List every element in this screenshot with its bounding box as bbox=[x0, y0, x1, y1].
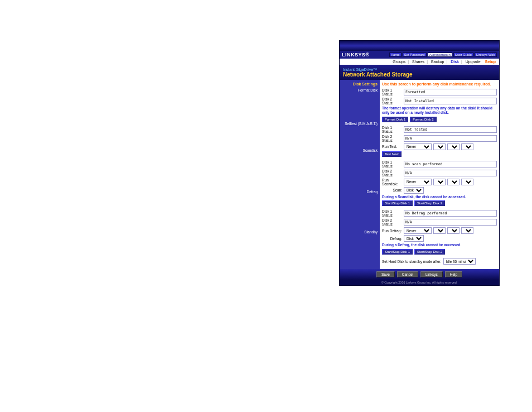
scandisk-ampm-select[interactable]: am bbox=[461, 179, 473, 185]
subtab-shares[interactable]: Shares bbox=[412, 60, 424, 64]
scandisk-start-disk1-button[interactable]: Start/Stop Disk 1 bbox=[382, 200, 413, 206]
instruction-text: Use this screen to perform any disk main… bbox=[382, 82, 497, 86]
subtab-setup[interactable]: Setup bbox=[485, 60, 496, 64]
tab-user-guide[interactable]: User Guide bbox=[453, 52, 473, 57]
tab-home[interactable]: Home bbox=[389, 52, 402, 57]
defrag-start-disk1-button[interactable]: Start/Stop Disk 1 bbox=[382, 249, 413, 255]
tab-set-password[interactable]: Set Password bbox=[403, 52, 427, 57]
defrag-schedule-select[interactable]: Never bbox=[404, 227, 432, 234]
format-warning: The format operation will destroy any da… bbox=[382, 106, 497, 115]
sidebar: Disk Settings Format Disk Selftest (S.M.… bbox=[340, 80, 380, 269]
top-stripe bbox=[340, 41, 499, 51]
scandisk-schedule-select[interactable]: Never bbox=[404, 179, 432, 185]
sidebar-scandisk: Scandisk bbox=[341, 148, 378, 155]
defrag-target-select[interactable]: Disk 1 bbox=[404, 235, 424, 242]
sidebar-header: Disk Settings bbox=[341, 82, 378, 86]
subtab-disk[interactable]: Disk bbox=[451, 60, 459, 64]
bottom-bar: Save Cancel Linksys Help bbox=[340, 269, 499, 280]
linksys-button[interactable]: Linksys bbox=[420, 271, 443, 277]
sidebar-selftest: Selftest (S.M.A.R.T.) bbox=[341, 122, 378, 128]
label-scan: Scan: bbox=[382, 188, 402, 192]
defrag-start-disk2-button[interactable]: Start/Stop Disk 2 bbox=[414, 249, 445, 255]
selftest-ampm-select[interactable]: am bbox=[461, 143, 473, 150]
cancel-button[interactable]: Cancel bbox=[397, 271, 418, 277]
defrag-disk2-value: N/A bbox=[404, 219, 497, 226]
standby-select[interactable]: Idle 30 minutes bbox=[443, 258, 476, 265]
subtab-backup[interactable]: Backup bbox=[431, 60, 444, 64]
label-defrag-disk2: Disk 2 Status: bbox=[382, 218, 402, 226]
tab-linksys-web[interactable]: Linksys Web bbox=[475, 52, 497, 57]
label-rundefrag: Run Defrag: bbox=[382, 229, 402, 233]
format-disk1-button[interactable]: Format Disk 1 bbox=[382, 117, 408, 122]
standby-section: Set Hard Disk to standby mode after: Idl… bbox=[382, 258, 497, 265]
label-runscandisk: Run Scandisk: bbox=[382, 178, 402, 186]
label-scandisk-disk1: Disk 1 Status: bbox=[382, 160, 402, 168]
scandisk-hour-select[interactable]: 12 bbox=[433, 179, 446, 185]
subtab-upgrade[interactable]: Upgrade bbox=[466, 60, 481, 64]
tab-administration[interactable]: Administration bbox=[428, 52, 452, 57]
label-runtest: Run Test: bbox=[382, 145, 402, 148]
label-standby: Set Hard Disk to standby mode after: bbox=[382, 260, 442, 264]
title-line2: Network Attached Storage bbox=[343, 71, 496, 78]
format-disk1-value: Formatted bbox=[404, 89, 497, 95]
label-defrag-target: Defrag: bbox=[382, 237, 402, 241]
defrag-disk1-value: No Defrag performed bbox=[404, 210, 497, 217]
label-selftest-disk2: Disk 2 Status: bbox=[382, 135, 402, 142]
top-nav: LINKSYS® Home Set Password Administratio… bbox=[340, 51, 499, 59]
label-scandisk-disk2: Disk 2 Status: bbox=[382, 169, 402, 177]
title-bar: Instant GigaDrive™ Network Attached Stor… bbox=[340, 65, 499, 80]
selftest-section: Disk 1 Status: Not Tested Disk 2 Status:… bbox=[382, 126, 497, 157]
label-selftest-disk1: Disk 1 Status: bbox=[382, 126, 402, 133]
selftest-min-select[interactable]: 00 bbox=[447, 143, 460, 150]
format-disk2-value: Not Installed bbox=[404, 98, 497, 104]
selftest-disk2-value: N/A bbox=[404, 135, 497, 142]
defrag-min-select[interactable]: 00 bbox=[447, 227, 460, 234]
save-button[interactable]: Save bbox=[376, 271, 395, 277]
test-now-button[interactable]: Test Now bbox=[382, 151, 402, 157]
scandisk-disk2-value: N/A bbox=[404, 170, 497, 176]
scandisk-note: During a Scandisk, the disk cannot be ac… bbox=[382, 195, 497, 199]
label-disk1-status: Disk 1 Status: bbox=[382, 88, 402, 96]
scandisk-min-select[interactable]: 00 bbox=[447, 179, 460, 185]
defrag-section: Disk 1 Status: No Defrag performed Disk … bbox=[382, 209, 497, 255]
brand-logo: LINKSYS® bbox=[342, 52, 370, 58]
selftest-schedule-select[interactable]: Never bbox=[404, 143, 432, 150]
scandisk-target-select[interactable]: Disk 1 bbox=[404, 187, 424, 194]
copyright-text: © Copyright 2003 Linksys Group Inc. All … bbox=[340, 280, 499, 285]
selftest-disk1-value: Not Tested bbox=[404, 126, 497, 133]
scandisk-disk1-value: No scan performed bbox=[404, 161, 497, 167]
sidebar-defrag: Defrag bbox=[341, 190, 378, 197]
sidebar-standby: Standby bbox=[341, 230, 378, 237]
format-section: Disk 1 Status: Formatted Disk 2 Status: … bbox=[382, 88, 497, 122]
defrag-hour-select[interactable]: 12 bbox=[433, 227, 446, 234]
scandisk-section: Disk 1 Status: No scan performed Disk 2 … bbox=[382, 160, 497, 207]
format-disk2-button[interactable]: Format Disk 2 bbox=[410, 117, 436, 122]
subtab-groups[interactable]: Groups bbox=[393, 60, 405, 64]
label-defrag-disk1: Disk 1 Status: bbox=[382, 209, 402, 217]
defrag-ampm-select[interactable]: am bbox=[461, 227, 473, 234]
help-button[interactable]: Help bbox=[445, 271, 462, 277]
title-line1: Instant GigaDrive™ bbox=[343, 68, 377, 71]
label-disk2-status: Disk 2 Status: bbox=[382, 97, 402, 105]
sub-nav: Groups| Shares| Backup| Disk| Upgrade Se… bbox=[340, 59, 499, 65]
scandisk-start-disk2-button[interactable]: Start/Stop Disk 2 bbox=[414, 200, 445, 206]
defrag-note: During a Defrag, the disk cannot be acce… bbox=[382, 243, 497, 247]
content-area: Use this screen to perform any disk main… bbox=[380, 80, 499, 269]
sidebar-format-disk: Format Disk bbox=[341, 88, 378, 95]
selftest-hour-select[interactable]: 12 bbox=[433, 143, 446, 150]
admin-panel: LINKSYS® Home Set Password Administratio… bbox=[339, 40, 500, 286]
